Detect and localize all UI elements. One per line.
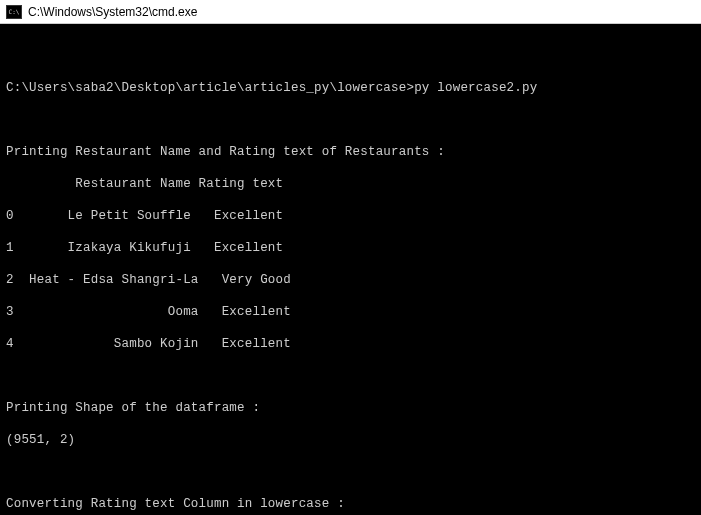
window-title: C:\Windows\System32\cmd.exe — [28, 5, 197, 19]
blank-line — [6, 48, 695, 64]
prompt-command: py lowercase2.py — [414, 81, 537, 95]
blank-line — [6, 368, 695, 384]
table-row: 2 Heat - Edsa Shangri-La Very Good — [6, 272, 695, 288]
window-titlebar[interactable]: C:\Windows\System32\cmd.exe — [0, 0, 701, 24]
table-row: 1 Izakaya Kikufuji Excellent — [6, 240, 695, 256]
cmd-icon — [6, 5, 22, 19]
table-row: 0 Le Petit Souffle Excellent — [6, 208, 695, 224]
prompt-path: C:\Users\saba2\Desktop\article\articles_… — [6, 81, 414, 95]
section-header: Printing Shape of the dataframe : — [6, 400, 695, 416]
terminal-output[interactable]: C:\Users\saba2\Desktop\article\articles_… — [0, 24, 701, 515]
section-header: Converting Rating text Column in lowerca… — [6, 496, 695, 512]
prompt-line: C:\Users\saba2\Desktop\article\articles_… — [6, 80, 695, 96]
section-header: Printing Restaurant Name and Rating text… — [6, 144, 695, 160]
blank-line — [6, 112, 695, 128]
blank-line — [6, 464, 695, 480]
table-row: 4 Sambo Kojin Excellent — [6, 336, 695, 352]
shape-value: (9551, 2) — [6, 432, 695, 448]
table-row: 3 Ooma Excellent — [6, 304, 695, 320]
column-header: Restaurant Name Rating text — [6, 176, 695, 192]
